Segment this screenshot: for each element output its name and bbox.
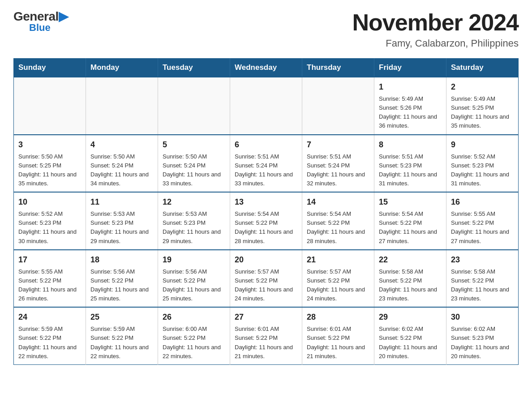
day-info: Sunrise: 5:51 AM Sunset: 5:23 PM Dayligh… [379,152,442,188]
calendar-week-row: 24Sunrise: 5:59 AM Sunset: 5:22 PM Dayli… [14,307,519,364]
calendar-cell: 13Sunrise: 5:54 AM Sunset: 5:22 PM Dayli… [230,192,302,250]
day-number: 22 [379,254,442,266]
calendar-table: SundayMondayTuesdayWednesdayThursdayFrid… [13,58,519,365]
day-number: 10 [18,196,81,208]
calendar-cell: 21Sunrise: 5:57 AM Sunset: 5:22 PM Dayli… [302,250,374,308]
day-info: Sunrise: 5:51 AM Sunset: 5:24 PM Dayligh… [235,152,297,188]
day-number: 14 [307,196,369,208]
calendar-cell: 8Sunrise: 5:51 AM Sunset: 5:23 PM Daylig… [374,135,446,193]
calendar-cell: 29Sunrise: 6:02 AM Sunset: 5:22 PM Dayli… [374,307,446,364]
calendar-header-row: SundayMondayTuesdayWednesdayThursdayFrid… [14,59,519,77]
calendar-cell: 9Sunrise: 5:52 AM Sunset: 5:23 PM Daylig… [446,135,519,193]
day-info: Sunrise: 5:57 AM Sunset: 5:22 PM Dayligh… [235,267,297,304]
column-header-saturday: Saturday [446,59,519,77]
calendar-cell: 1Sunrise: 5:49 AM Sunset: 5:26 PM Daylig… [374,77,446,135]
day-number: 28 [307,311,369,323]
day-info: Sunrise: 5:51 AM Sunset: 5:24 PM Dayligh… [307,152,369,188]
day-number: 3 [18,139,81,151]
day-info: Sunrise: 5:49 AM Sunset: 5:26 PM Dayligh… [379,94,442,131]
logo-blue-text: Blue [29,22,51,34]
day-info: Sunrise: 5:59 AM Sunset: 5:22 PM Dayligh… [90,325,153,361]
day-number: 30 [451,311,514,323]
calendar-cell: 7Sunrise: 5:51 AM Sunset: 5:24 PM Daylig… [302,135,374,193]
day-number: 9 [451,139,514,151]
day-number: 11 [90,196,153,208]
day-info: Sunrise: 5:50 AM Sunset: 5:24 PM Dayligh… [163,152,225,188]
calendar-cell: 30Sunrise: 6:02 AM Sunset: 5:23 PM Dayli… [446,307,519,364]
calendar-cell: 5Sunrise: 5:50 AM Sunset: 5:24 PM Daylig… [158,135,230,193]
day-info: Sunrise: 5:54 AM Sunset: 5:22 PM Dayligh… [379,210,442,246]
day-number: 1 [379,81,442,93]
day-number: 25 [90,311,153,323]
day-number: 5 [163,139,225,151]
day-number: 26 [163,311,225,323]
day-number: 13 [235,196,297,208]
calendar-subtitle: Famy, Calabarzon, Philippines [352,38,519,49]
column-header-friday: Friday [374,59,446,77]
day-info: Sunrise: 5:55 AM Sunset: 5:22 PM Dayligh… [18,267,81,304]
column-header-thursday: Thursday [302,59,374,77]
calendar-cell [86,77,158,135]
day-info: Sunrise: 5:50 AM Sunset: 5:25 PM Dayligh… [18,152,81,188]
day-info: Sunrise: 5:49 AM Sunset: 5:25 PM Dayligh… [451,94,514,131]
day-info: Sunrise: 6:00 AM Sunset: 5:22 PM Dayligh… [163,325,225,361]
column-header-sunday: Sunday [14,59,86,77]
day-info: Sunrise: 5:54 AM Sunset: 5:22 PM Dayligh… [235,210,297,246]
day-info: Sunrise: 6:01 AM Sunset: 5:22 PM Dayligh… [235,325,297,361]
calendar-cell: 26Sunrise: 6:00 AM Sunset: 5:22 PM Dayli… [158,307,230,364]
day-info: Sunrise: 5:59 AM Sunset: 5:22 PM Dayligh… [18,325,81,361]
page-header: General▶ Blue November 2024 Famy, Calaba… [13,9,519,49]
logo: General▶ Blue [13,9,68,34]
day-info: Sunrise: 5:52 AM Sunset: 5:23 PM Dayligh… [18,210,81,246]
calendar-cell: 14Sunrise: 5:54 AM Sunset: 5:22 PM Dayli… [302,192,374,250]
day-number: 23 [451,254,514,266]
calendar-week-row: 17Sunrise: 5:55 AM Sunset: 5:22 PM Dayli… [14,250,519,308]
calendar-cell: 15Sunrise: 5:54 AM Sunset: 5:22 PM Dayli… [374,192,446,250]
calendar-cell: 11Sunrise: 5:53 AM Sunset: 5:23 PM Dayli… [86,192,158,250]
calendar-cell: 16Sunrise: 5:55 AM Sunset: 5:22 PM Dayli… [446,192,519,250]
calendar-title: November 2024 [352,9,519,36]
logo-triangle-icon: ▶ [59,9,69,23]
calendar-cell: 23Sunrise: 5:58 AM Sunset: 5:22 PM Dayli… [446,250,519,308]
title-block: November 2024 Famy, Calabarzon, Philippi… [352,9,519,49]
calendar-cell [302,77,374,135]
calendar-cell: 22Sunrise: 5:58 AM Sunset: 5:22 PM Dayli… [374,250,446,308]
day-number: 12 [163,196,225,208]
day-info: Sunrise: 5:54 AM Sunset: 5:22 PM Dayligh… [307,210,369,246]
day-number: 19 [163,254,225,266]
day-info: Sunrise: 5:56 AM Sunset: 5:22 PM Dayligh… [90,267,153,304]
day-number: 17 [18,254,81,266]
day-info: Sunrise: 6:02 AM Sunset: 5:22 PM Dayligh… [379,325,442,361]
calendar-cell: 27Sunrise: 6:01 AM Sunset: 5:22 PM Dayli… [230,307,302,364]
day-number: 20 [235,254,297,266]
calendar-cell: 25Sunrise: 5:59 AM Sunset: 5:22 PM Dayli… [86,307,158,364]
calendar-cell: 3Sunrise: 5:50 AM Sunset: 5:25 PM Daylig… [14,135,86,193]
calendar-cell: 20Sunrise: 5:57 AM Sunset: 5:22 PM Dayli… [230,250,302,308]
calendar-cell: 24Sunrise: 5:59 AM Sunset: 5:22 PM Dayli… [14,307,86,364]
calendar-cell [158,77,230,135]
calendar-week-row: 1Sunrise: 5:49 AM Sunset: 5:26 PM Daylig… [14,77,519,135]
calendar-cell: 12Sunrise: 5:53 AM Sunset: 5:23 PM Dayli… [158,192,230,250]
calendar-week-row: 3Sunrise: 5:50 AM Sunset: 5:25 PM Daylig… [14,135,519,193]
day-number: 24 [18,311,81,323]
column-header-wednesday: Wednesday [230,59,302,77]
day-info: Sunrise: 5:52 AM Sunset: 5:23 PM Dayligh… [451,152,514,188]
day-number: 27 [235,311,297,323]
day-info: Sunrise: 5:57 AM Sunset: 5:22 PM Dayligh… [307,267,369,304]
day-number: 4 [90,139,153,151]
day-number: 2 [451,81,514,93]
day-number: 16 [451,196,514,208]
calendar-cell: 19Sunrise: 5:56 AM Sunset: 5:22 PM Dayli… [158,250,230,308]
day-info: Sunrise: 5:58 AM Sunset: 5:22 PM Dayligh… [379,267,442,304]
day-number: 8 [379,139,442,151]
day-number: 18 [90,254,153,266]
day-info: Sunrise: 5:56 AM Sunset: 5:22 PM Dayligh… [163,267,225,304]
calendar-cell [230,77,302,135]
day-info: Sunrise: 6:01 AM Sunset: 5:22 PM Dayligh… [307,325,369,361]
day-number: 6 [235,139,297,151]
day-info: Sunrise: 6:02 AM Sunset: 5:23 PM Dayligh… [451,325,514,361]
calendar-cell: 2Sunrise: 5:49 AM Sunset: 5:25 PM Daylig… [446,77,519,135]
calendar-cell: 18Sunrise: 5:56 AM Sunset: 5:22 PM Dayli… [86,250,158,308]
calendar-week-row: 10Sunrise: 5:52 AM Sunset: 5:23 PM Dayli… [14,192,519,250]
day-number: 15 [379,196,442,208]
